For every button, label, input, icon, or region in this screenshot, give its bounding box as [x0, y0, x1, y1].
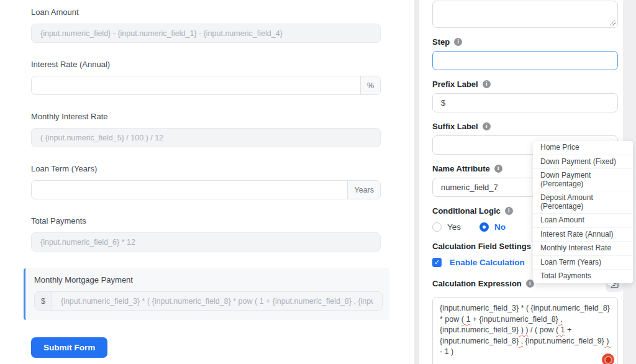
dropdown-item-loan-amount[interactable]: Loan Amount	[533, 214, 633, 228]
monthly-mortgage-payment-input[interactable]	[52, 292, 382, 310]
info-icon[interactable]: i	[454, 38, 462, 46]
info-icon[interactable]: i	[505, 207, 513, 215]
field-label: Monthly Interest Rate	[31, 112, 381, 122]
field-monthly-interest-rate[interactable]: Monthly Interest Rate	[31, 112, 381, 147]
resize-handle-icon[interactable]	[610, 20, 616, 25]
field-label: Monthly Mortgage Payment	[34, 275, 389, 285]
enable-calculation-checkbox[interactable]: ✓	[432, 258, 442, 267]
radio-no-label[interactable]: No	[494, 222, 506, 232]
field-total-payments[interactable]: Total Payments	[31, 216, 381, 252]
enable-calculation-label[interactable]: Enable Calculation	[450, 258, 525, 267]
form-preview-panel: Loan Amount Interest Rate (Annual) % Mon…	[0, 0, 414, 364]
years-suffix-addon: Years	[347, 181, 380, 199]
field-label: Loan Amount	[31, 7, 381, 17]
dropdown-item-monthly-interest-rate[interactable]: Monthly Interest Rate	[533, 242, 633, 256]
dropdown-item-home-price[interactable]: Home Price	[533, 141, 633, 155]
field-loan-term[interactable]: Loan Term (Years) Years	[31, 164, 381, 199]
info-icon[interactable]: i	[483, 122, 491, 130]
radio-yes-label[interactable]: Yes	[447, 222, 461, 232]
percent-suffix-addon: %	[360, 76, 380, 94]
record-indicator-icon[interactable]	[602, 353, 614, 364]
form-editor-screen: Loan Amount Interest Rate (Annual) % Mon…	[0, 0, 636, 364]
total-payments-input[interactable]	[31, 232, 381, 252]
conditional-logic-label: Conditional Logic	[432, 206, 501, 216]
calculation-field-settings-label: Calculation Field Settings	[432, 242, 531, 251]
loan-term-input[interactable]	[32, 181, 347, 199]
dropdown-item-interest-rate-annual[interactable]: Interest Rate (Annual)	[533, 228, 633, 242]
calculation-expression-textarea[interactable]: {input.numeric_field_3} * ( {input.numer…	[432, 297, 618, 364]
prefix-label: Prefix Label	[432, 80, 478, 89]
dropdown-item-total-payments[interactable]: Total Payments	[533, 270, 633, 283]
loan-amount-input[interactable]	[31, 24, 381, 43]
settings-top-textarea[interactable]	[432, 1, 618, 28]
info-icon[interactable]: i	[483, 80, 491, 88]
step-label: Step	[432, 37, 450, 47]
field-interest-rate[interactable]: Interest Rate (Annual) %	[31, 60, 381, 95]
name-attribute-label: Name Attribute	[432, 164, 490, 173]
field-label: Interest Rate (Annual)	[31, 60, 381, 70]
panel-divider	[414, 0, 419, 364]
suffix-label: Suffix Label	[432, 122, 478, 131]
dollar-prefix-addon: $	[35, 292, 52, 310]
dropdown-item-down-payment-fixed[interactable]: Down Payment (Fixed)	[533, 155, 633, 170]
calculation-expression-label: Calculation Expression	[432, 279, 522, 288]
calculation-expression-wrap: {input.numeric_field_3} * ( {input.numer…	[432, 297, 618, 364]
dropdown-item-deposit-amount-percentage[interactable]: Deposit Amount (Percentage)	[533, 191, 633, 214]
dropdown-item-loan-term-years[interactable]: Loan Term (Years)	[533, 256, 633, 270]
monthly-interest-rate-input[interactable]	[31, 128, 381, 147]
submit-form-button[interactable]: Submit Form	[31, 337, 107, 358]
interest-rate-input[interactable]	[32, 76, 360, 94]
field-label: Loan Term (Years)	[31, 164, 381, 174]
info-icon[interactable]: i	[494, 165, 502, 173]
prefix-label-input[interactable]	[432, 93, 618, 112]
field-shortcode-dropdown: Home Price Down Payment (Fixed) Down Pay…	[533, 141, 633, 283]
radio-no[interactable]	[479, 222, 489, 232]
field-monthly-mortgage-payment-selected[interactable]: Monthly Mortgage Payment $	[24, 268, 389, 320]
field-label: Total Payments	[31, 216, 381, 226]
step-input[interactable]	[432, 51, 618, 70]
radio-yes[interactable]	[432, 222, 442, 232]
dropdown-item-down-payment-percentage[interactable]: Down Payment (Percentage)	[533, 169, 633, 191]
field-loan-amount[interactable]: Loan Amount	[31, 7, 381, 43]
